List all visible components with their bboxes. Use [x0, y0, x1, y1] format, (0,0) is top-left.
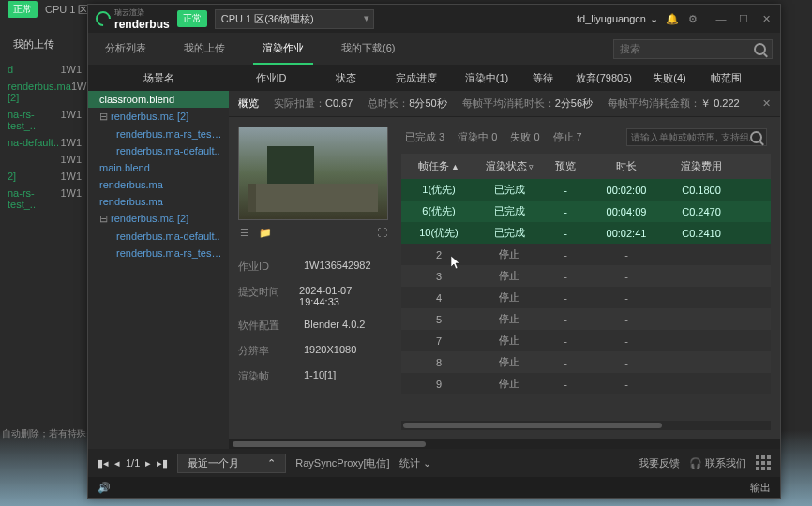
frame-search-input[interactable] — [631, 132, 750, 142]
bell-icon[interactable]: 🔔 — [666, 12, 679, 25]
main-scrollbar[interactable] — [229, 439, 780, 449]
status-badge: 正常 — [177, 10, 207, 27]
frame-row[interactable]: 1(优先) 已完成 - 00:02:00 C0.1800 — [401, 179, 771, 201]
frame-row[interactable]: 3 停止 - - — [401, 265, 771, 287]
bg-list-item[interactable]: 1W1 — [4, 151, 85, 168]
detail-panel: 概览 实际扣量：C0.67 总时长：8分50秒 每帧平均消耗时长：2分56秒 每… — [229, 91, 780, 449]
preview-image[interactable] — [238, 126, 388, 220]
avgtime-value: 2分56秒 — [555, 97, 593, 109]
pager: ▮◂ ◂ 1/1 ▸ ▸▮ — [98, 457, 168, 469]
frame-row[interactable]: 2 停止 - - — [401, 244, 771, 265]
search-icon[interactable] — [750, 131, 762, 143]
frame-table[interactable]: 1(优先) 已完成 - 00:02:00 C0.1800 6(优先) 已完成 -… — [401, 179, 771, 417]
scene-tree[interactable]: classroom.blendrenderbus.ma [2]renderbus… — [88, 91, 229, 449]
nav-item[interactable]: 我的下载(6) — [332, 34, 404, 65]
meta-soft-v: Blender 4.0.2 — [304, 319, 365, 333]
col-cost[interactable]: 渲染费用 — [664, 159, 739, 173]
search-icon[interactable] — [754, 43, 766, 55]
frame-row[interactable]: 7 停止 - - — [401, 330, 771, 351]
gear-icon[interactable]: ⚙ — [686, 12, 699, 25]
frame-search[interactable] — [626, 128, 767, 146]
col-status[interactable]: 渲染状态▿ — [476, 159, 542, 173]
frame-row[interactable]: 10(优先) 已完成 - 00:02:41 C0.2410 — [401, 222, 771, 244]
frame-row[interactable]: 5 停止 - - — [401, 308, 771, 330]
tree-item[interactable]: renderbus.ma-rs_test_.. — [88, 245, 229, 261]
bg-list-item[interactable]: d1W1 — [4, 61, 85, 78]
col-task[interactable]: 帧任务▲ — [401, 159, 476, 173]
job-column-header[interactable]: 完成进度 — [379, 71, 454, 85]
frame-row[interactable]: 6(优先) 已完成 - 00:04:09 C0.2470 — [401, 201, 771, 222]
page-next-icon[interactable]: ▸ — [145, 457, 151, 469]
maximize-icon[interactable]: ☐ — [737, 12, 750, 25]
job-column-header[interactable]: 场景名 — [88, 71, 229, 85]
job-column-header[interactable]: 渲染中(1) — [454, 71, 519, 85]
bg-list-item[interactable]: na-rs-test_..1W1 — [4, 106, 85, 134]
minimize-icon[interactable]: — — [714, 12, 728, 25]
frame-row[interactable]: 8 停止 - - — [401, 351, 771, 373]
search-box[interactable] — [613, 39, 773, 59]
output-label[interactable]: 输出 — [750, 481, 771, 495]
stat-failed: 失败 0 — [510, 130, 539, 144]
notes-icon[interactable]: ☰ — [238, 226, 251, 239]
meta-jobid-k: 作业ID — [238, 260, 304, 274]
job-column-header[interactable]: 失败(4) — [641, 71, 698, 85]
col-preview[interactable]: 预览 — [542, 159, 589, 173]
totaltime-value: 8分50秒 — [409, 97, 446, 109]
bg-list-item[interactable]: 2]1W1 — [4, 168, 85, 185]
meta-jobid-v: 1W136542982 — [304, 260, 371, 274]
logo-text: renderbus — [114, 18, 170, 31]
tree-item[interactable]: renderbus.ma — [88, 176, 229, 193]
folder-icon[interactable]: 📁 — [259, 226, 272, 239]
horizontal-scrollbar[interactable] — [401, 421, 771, 430]
tree-item[interactable]: renderbus.ma — [88, 193, 229, 210]
contact-link[interactable]: 🎧 联系我们 — [689, 456, 746, 470]
col-duration[interactable]: 时长 — [589, 159, 664, 173]
tree-item[interactable]: renderbus.ma-rs_test_.. — [88, 126, 229, 142]
stat-rendering: 渲染中 0 — [458, 130, 497, 144]
nav-item[interactable]: 分析列表 — [96, 34, 156, 65]
discount-label: 实际扣量： — [274, 97, 325, 109]
page-last-icon[interactable]: ▸▮ — [157, 457, 168, 469]
avgcost-value: ￥ 0.222 — [700, 97, 740, 109]
bg-list-item[interactable]: na-default..1W1 — [4, 134, 85, 151]
proxy-label: RaySyncProxy[电信] — [295, 456, 389, 470]
user-menu[interactable]: td_liyuguangcn ⌄ — [577, 13, 658, 25]
bg-list-item[interactable]: na-rs-test_..1W1 — [4, 185, 85, 213]
nav-item[interactable]: 渲染作业 — [253, 34, 313, 65]
chevron-up-icon: ⌃ — [267, 457, 276, 469]
job-column-header[interactable]: 帧范围 — [698, 71, 754, 85]
bg-list-item[interactable]: renderbus.ma [2]1W1 — [4, 78, 85, 106]
close-icon[interactable]: ✕ — [759, 12, 773, 25]
logo-icon — [93, 8, 114, 30]
page-first-icon[interactable]: ▮◂ — [98, 457, 109, 469]
job-column-header[interactable]: 状态 — [313, 71, 379, 85]
region-select[interactable]: CPU 1 区(36物理核) — [215, 9, 374, 29]
tree-item[interactable]: renderbus.ma-default.. — [88, 228, 229, 245]
stats-label: 统计 — [399, 456, 420, 470]
nav-item[interactable]: 我的上传 — [174, 34, 234, 65]
speaker-icon[interactable]: 🔊 — [98, 481, 111, 494]
close-detail-icon[interactable]: ✕ — [762, 97, 771, 110]
tree-item[interactable]: main.blend — [88, 159, 229, 176]
feedback-link[interactable]: 我要反馈 — [639, 456, 680, 470]
search-input[interactable] — [620, 43, 754, 54]
tree-item[interactable]: renderbus.ma-default.. — [88, 142, 229, 159]
job-column-header[interactable]: 放弃(79805) — [566, 71, 641, 85]
chevron-down-icon: ⌄ — [423, 457, 431, 469]
qr-icon[interactable] — [756, 455, 771, 470]
job-columns-header: 场景名作业ID状态完成进度渲染中(1)等待放弃(79805)失败(4)帧范围 — [88, 65, 780, 91]
job-column-header[interactable]: 作业ID — [229, 71, 313, 85]
stats-menu[interactable]: 统计 ⌄ — [399, 456, 431, 470]
headset-icon: 🎧 — [689, 457, 702, 469]
frame-row[interactable]: 9 停止 - - — [401, 373, 771, 394]
tree-item[interactable]: renderbus.ma [2] — [88, 210, 229, 228]
period-select[interactable]: 最近一个月 ⌃ — [177, 454, 286, 473]
frame-row[interactable]: 4 停止 - - — [401, 287, 771, 308]
tree-item[interactable]: renderbus.ma [2] — [88, 108, 229, 126]
job-column-header[interactable]: 等待 — [519, 71, 566, 85]
page-prev-icon[interactable]: ◂ — [114, 457, 120, 469]
tree-item[interactable]: classroom.blend — [88, 91, 229, 108]
logo: 瑞云渲染 renderbus — [96, 7, 170, 31]
meta-res-v: 1920X1080 — [304, 344, 356, 358]
fullscreen-icon[interactable]: ⛶ — [375, 226, 388, 239]
